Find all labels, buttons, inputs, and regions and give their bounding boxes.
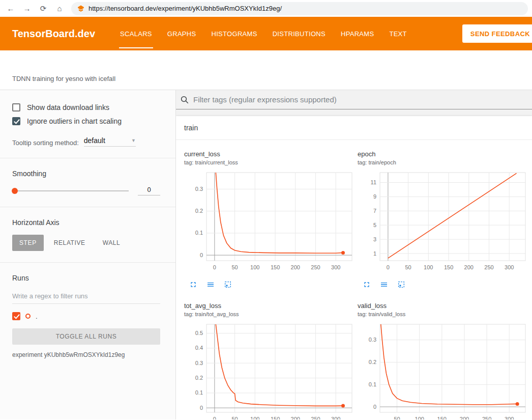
tooltip-sorting-row: Tooltip sorting method: default ▼ (12, 136, 160, 147)
settings-sidebar: Show data download links Ignore outliers… (0, 90, 176, 419)
run-name: . (36, 313, 38, 320)
svg-text:0.1: 0.1 (369, 381, 376, 387)
svg-text:7: 7 (373, 208, 376, 214)
svg-text:9: 9 (373, 193, 376, 200)
chart-tag: tag: train/tot_avg_loss (184, 311, 358, 317)
url-bar[interactable]: https://tensorboard.dev/experiment/yKUbh… (71, 2, 528, 15)
svg-text:50: 50 (405, 264, 411, 270)
app-logo[interactable]: TensorBoard.dev (12, 28, 95, 40)
charts-grid: current_losstag: train/current_loss05010… (176, 140, 532, 419)
tab-histograms[interactable]: HISTOGRAMS (204, 17, 265, 50)
chart-tag: tag: train/valid_loss (358, 311, 531, 317)
runs-filter-input[interactable] (12, 290, 160, 304)
svg-text:0: 0 (200, 252, 203, 258)
smoothing-section: Smoothing 0 (0, 158, 175, 207)
svg-text:0: 0 (387, 264, 390, 270)
experiment-title: TDNN training for yesno with icefall (12, 75, 115, 82)
svg-text:0: 0 (200, 405, 203, 411)
train-section-card: train current_losstag: train/current_los… (176, 116, 532, 419)
svg-text:100: 100 (250, 416, 259, 419)
url-text: https://tensorboard.dev/experiment/yKUbh… (88, 5, 282, 12)
data-table-icon[interactable] (206, 281, 215, 289)
runs-section: Runs . TOGGLE ALL RUNS experiment yKUbhb… (0, 263, 175, 370)
experiment-subheader: TDNN training for yesno with icefall (0, 50, 532, 90)
chart-card-epoch: epochtag: train/epoch0501001502002503001… (358, 150, 531, 289)
search-icon (180, 95, 189, 104)
chart-toolbar (363, 281, 531, 289)
svg-text:200: 200 (464, 264, 474, 270)
svg-text:0: 0 (373, 404, 376, 410)
svg-text:0.3: 0.3 (369, 337, 376, 343)
header-nav: SCALARSGRAPHSHISTOGRAMSDISTRIBUTIONSHPAR… (112, 17, 415, 50)
svg-text:0.1: 0.1 (195, 230, 203, 236)
svg-text:0.4: 0.4 (195, 345, 203, 351)
svg-text:200: 200 (291, 416, 300, 419)
svg-text:150: 150 (444, 264, 453, 270)
tab-text[interactable]: TEXT (381, 17, 414, 50)
svg-text:200: 200 (460, 416, 469, 419)
fit-domain-icon[interactable] (397, 281, 405, 289)
fit-domain-icon[interactable] (224, 281, 232, 289)
tooltip-sorting-label: Tooltip sorting method: (12, 139, 79, 147)
toggle-all-runs-button[interactable]: TOGGLE ALL RUNS (12, 328, 160, 345)
ignore-outliers-checkbox[interactable] (12, 117, 20, 125)
svg-text:3: 3 (373, 236, 376, 242)
send-feedback-button[interactable]: SEND FEEDBACK (462, 24, 532, 43)
data-table-icon[interactable] (380, 281, 388, 289)
home-icon[interactable]: ⌂ (53, 2, 66, 15)
horizontal-axis-buttons: STEPRELATIVEWALL (12, 235, 160, 251)
show-download-links-checkbox[interactable] (12, 103, 20, 111)
smoothing-slider-thumb[interactable] (12, 188, 18, 194)
train-section-header[interactable]: train (176, 116, 532, 140)
smoothing-slider[interactable] (12, 190, 129, 191)
ignore-outliers-row[interactable]: Ignore outliers in chart scaling (12, 117, 160, 125)
svg-text:0: 0 (213, 416, 216, 419)
reload-icon[interactable]: ⟳ (37, 2, 50, 15)
axis-button-step[interactable]: STEP (12, 235, 44, 251)
chart-card-current_loss: current_losstag: train/current_loss05010… (184, 150, 358, 289)
horizontal-axis-section: Horizontal Axis STEPRELATIVEWALL (0, 207, 175, 263)
svg-text:0.3: 0.3 (195, 186, 203, 192)
tab-hparams[interactable]: HPARAMS (333, 17, 381, 50)
fullscreen-icon[interactable] (189, 281, 197, 289)
chart-title: epoch (358, 150, 531, 158)
forward-icon[interactable]: → (20, 2, 34, 15)
fullscreen-icon[interactable] (363, 281, 371, 289)
tooltip-sorting-value: default (84, 136, 105, 145)
show-download-links-row[interactable]: Show data download links (12, 103, 160, 111)
browser-toolbar: ← → ⟳ ⌂ https://tensorboard.dev/experime… (0, 0, 532, 17)
tensorboard-favicon (77, 5, 84, 12)
smoothing-value[interactable]: 0 (138, 186, 160, 195)
svg-text:250: 250 (311, 264, 320, 270)
svg-text:5: 5 (373, 222, 376, 228)
svg-text:200: 200 (291, 264, 300, 270)
tag-filter-input[interactable] (193, 95, 527, 104)
back-icon[interactable]: ← (4, 2, 17, 15)
run-checkbox[interactable] (12, 312, 20, 320)
svg-text:100: 100 (250, 264, 259, 270)
tab-scalars[interactable]: SCALARS (112, 17, 160, 50)
scalars-main: train current_losstag: train/current_los… (176, 90, 532, 419)
svg-text:150: 150 (271, 264, 280, 270)
svg-text:250: 250 (482, 416, 491, 419)
svg-text:11: 11 (371, 179, 376, 185)
svg-text:0.5: 0.5 (195, 330, 203, 336)
chart-plot-valid_loss[interactable]: 5010015020025030000.10.20.3 (358, 322, 528, 419)
axis-button-wall[interactable]: WALL (96, 235, 128, 251)
chart-plot-current_loss[interactable]: 05010015020025030000.10.20.3 (184, 170, 355, 274)
tag-filter-row (176, 90, 532, 109)
ignore-outliers-label: Ignore outliers in chart scaling (27, 117, 122, 125)
svg-text:100: 100 (424, 264, 433, 270)
chart-plot-epoch[interactable]: 0501001502002503001357911 (358, 170, 528, 274)
tooltip-sorting-dropdown[interactable]: default ▼ (84, 136, 136, 147)
runs-list: . (12, 312, 160, 320)
axis-button-relative[interactable]: RELATIVE (47, 235, 93, 251)
chart-toolbar (189, 281, 358, 289)
chart-title: current_loss (184, 150, 358, 158)
run-row[interactable]: . (12, 312, 160, 320)
tab-graphs[interactable]: GRAPHS (160, 17, 204, 50)
svg-text:50: 50 (394, 416, 400, 419)
svg-text:0.2: 0.2 (195, 375, 203, 381)
tab-distributions[interactable]: DISTRIBUTIONS (265, 17, 333, 50)
chart-plot-tot_avg_loss[interactable]: 05010015020025030000.10.20.30.40.5 (184, 322, 355, 419)
